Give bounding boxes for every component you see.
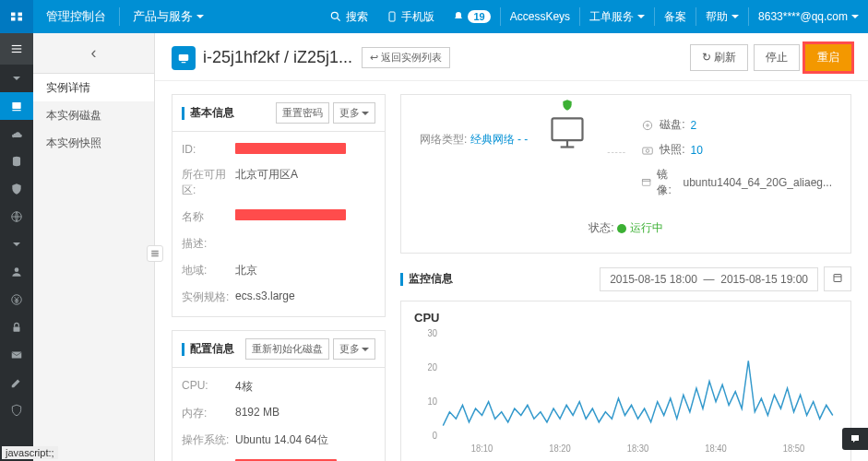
return-link[interactable]: ↩ 返回实例列表 [362,47,450,68]
sidenav-item-disk[interactable]: 本实例磁盘 [33,101,154,129]
overview-panel: 网络类型: 经典网络 - - - - - - - 磁盘: 2 快照: 10 镜像… [400,94,851,254]
svg-point-0 [332,12,339,18]
svg-text:20: 20 [428,362,438,373]
nav-lock-icon[interactable] [0,313,33,341]
monitor-header: 监控信息 2015-08-15 18:00 — 2015-08-15 19:00 [400,266,851,291]
svg-point-22 [643,121,651,129]
image-icon [641,176,651,189]
nav-pencil-icon[interactable] [0,369,33,396]
refresh-button[interactable]: ↻ 刷新 [690,44,748,71]
nav-caret-icon[interactable] [0,65,33,92]
statusbar: javascript:; [2,446,58,459]
name-redacted [235,209,346,220]
sidenav-item-snapshot[interactable]: 本实例快照 [33,129,154,157]
svg-point-10 [15,267,19,272]
svg-text:18:40: 18:40 [705,443,727,455]
svg-rect-15 [152,254,159,254]
svg-text:18:10: 18:10 [471,443,493,455]
svg-rect-13 [12,352,22,359]
sidenav-item-detail[interactable]: 实例详情 [33,74,154,101]
time-range[interactable]: 2015-08-15 18:00 — 2015-08-15 19:00 [600,267,818,291]
svg-rect-19 [553,118,583,140]
beian[interactable]: 备案 [655,0,696,33]
restart-button[interactable]: 重启 [805,44,851,71]
svg-rect-24 [643,148,653,154]
nav-ecs-icon[interactable] [0,92,33,120]
svg-rect-16 [152,255,159,256]
feedback-button[interactable] [842,428,868,450]
reset-pw-button[interactable]: 重置密码 [276,102,329,124]
svg-rect-27 [643,180,650,182]
svg-rect-3 [12,45,22,46]
basic-panel: 基本信息 重置密码 更多 ID: 所在可用区:北京可用区A 名称 描述: 地域:… [172,94,386,317]
user-menu[interactable]: 8633****@qq.com [749,0,868,33]
nav-shield-icon[interactable] [0,175,33,203]
svg-text:18:50: 18:50 [783,443,805,455]
collapse-handle[interactable] [147,245,163,262]
shield-icon [561,99,574,114]
svg-point-23 [647,124,648,125]
svg-point-25 [646,148,649,152]
svg-rect-6 [12,102,20,109]
svg-rect-4 [12,48,22,49]
nav-globe-icon[interactable] [0,203,33,230]
nav-cloud-icon[interactable] [0,120,33,148]
hamburger-icon[interactable] [0,33,33,65]
config-panel: 配置信息 重新初始化磁盘 更多 CPU:4核 内存:8192 MB 操作系统:U… [172,330,386,461]
iconbar [0,33,33,461]
main: i-25j1hf2kf / iZ25j1... ↩ 返回实例列表 ↻ 刷新 停止… [155,33,868,461]
ticket-menu[interactable]: 工单服务 [580,0,654,33]
camera-icon [641,144,654,157]
svg-text:18:20: 18:20 [549,443,571,455]
notifications[interactable]: 19 [444,0,499,33]
calendar-button[interactable] [824,266,851,291]
notify-badge: 19 [468,10,490,23]
mobile[interactable]: 手机版 [377,0,444,33]
nav-db-icon[interactable] [0,148,33,175]
snap-link[interactable]: 10 [690,144,702,157]
search[interactable]: 搜索 [320,0,377,33]
svg-rect-7 [12,110,20,111]
app-icon [172,46,196,70]
connection-dots: - - - - - [607,112,624,157]
help-menu[interactable]: 帮助 [696,0,748,33]
disk-link[interactable]: 2 [690,119,696,132]
svg-rect-12 [14,326,20,331]
svg-line-1 [338,18,340,21]
page-header: i-25j1hf2kf / iZ25j1... ↩ 返回实例列表 ↻ 刷新 停止… [155,33,868,81]
topbar: 管理控制台 产品与服务 搜索 手机版 19 AccessKeys 工单服务 备案… [0,0,868,33]
pc-icon [544,112,590,155]
basic-more-button[interactable]: 更多 [333,102,375,124]
config-more-button[interactable]: 更多 [333,338,375,360]
svg-rect-2 [389,12,395,21]
nav-caret2-icon[interactable] [0,230,33,258]
page-title: i-25j1hf2kf / iZ25j1... [203,48,352,67]
svg-text:0: 0 [433,431,438,442]
basic-title: 基本信息 [190,105,272,121]
svg-rect-5 [12,52,22,53]
svg-rect-28 [834,275,841,282]
monitor-title: 监控信息 [409,271,600,287]
sidenav: ‹ 实例详情 本实例磁盘 本实例快照 [33,33,155,461]
stop-button[interactable]: 停止 [754,44,800,71]
accesskeys[interactable]: AccessKeys [501,0,579,33]
console-title[interactable]: 管理控制台 [33,8,119,25]
nav-user-icon[interactable] [0,258,33,286]
status-dot [617,224,626,233]
svg-text:30: 30 [428,328,438,338]
svg-text:18:30: 18:30 [627,443,649,455]
logo[interactable] [0,0,33,33]
svg-rect-17 [179,53,189,60]
id-redacted [235,143,346,154]
nav-mail-icon[interactable] [0,341,33,369]
nav-tag-icon[interactable] [0,396,33,424]
config-title: 配置信息 [190,341,242,357]
back-button[interactable]: ‹ [33,33,154,74]
nav-yen-icon[interactable] [0,286,33,313]
products-menu[interactable]: 产品与服务 [120,8,217,25]
nettype-link[interactable]: 经典网络 - - [470,133,529,146]
svg-rect-14 [152,251,159,252]
disk-icon [641,119,654,132]
svg-text:10: 10 [428,396,438,408]
reinit-button[interactable]: 重新初始化磁盘 [245,338,329,360]
